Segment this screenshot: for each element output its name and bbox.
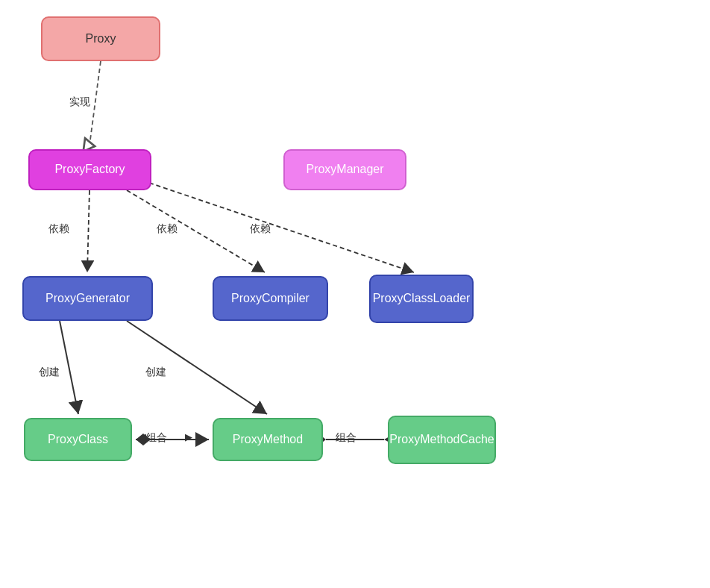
proxy-class-node: ProxyClass xyxy=(24,418,132,461)
proxy-node: Proxy xyxy=(41,16,160,61)
depend3-label: 依赖 xyxy=(250,222,271,236)
compose1-left-arrow: ◀ xyxy=(139,431,146,442)
proxy-method-cache-node: ProxyMethodCache xyxy=(388,416,496,464)
create2-label: 创建 xyxy=(145,366,166,379)
proxy-classloader-node: ProxyClassLoader xyxy=(369,275,474,323)
compose2-label: 组合 xyxy=(336,431,356,445)
create1-label: 创建 xyxy=(39,366,60,379)
proxy-factory-node: ProxyFactory xyxy=(28,149,151,190)
svg-line-5 xyxy=(89,61,101,146)
proxy-method-label: ProxyMethod xyxy=(233,432,303,448)
depend2-label: 依赖 xyxy=(157,222,178,236)
proxy-label: Proxy xyxy=(86,31,116,47)
svg-line-6 xyxy=(87,190,89,272)
depend1-label: 依赖 xyxy=(48,222,69,236)
proxy-compiler-label: ProxyCompiler xyxy=(231,291,310,307)
proxy-generator-label: ProxyGenerator xyxy=(45,291,130,307)
proxy-class-label: ProxyClass xyxy=(48,432,108,448)
svg-line-8 xyxy=(149,183,414,272)
proxy-manager-label: ProxyManager xyxy=(306,162,383,178)
uml-diagram: Proxy ProxyFactory ProxyManager ProxyGen… xyxy=(0,0,710,588)
svg-line-7 xyxy=(127,190,265,272)
proxy-compiler-node: ProxyCompiler xyxy=(213,276,328,321)
compose1-label: 组合 xyxy=(146,431,167,445)
proxy-generator-node: ProxyGenerator xyxy=(22,276,153,321)
svg-line-9 xyxy=(60,321,78,414)
compose1-right-arrow: ▶ xyxy=(185,431,192,442)
proxy-method-node: ProxyMethod xyxy=(213,418,323,461)
proxy-method-cache-label: ProxyMethodCache xyxy=(389,432,494,448)
realize-label: 实现 xyxy=(69,96,90,109)
proxy-factory-label: ProxyFactory xyxy=(54,162,125,178)
proxy-classloader-label: ProxyClassLoader xyxy=(373,291,471,307)
proxy-manager-node: ProxyManager xyxy=(283,149,406,190)
